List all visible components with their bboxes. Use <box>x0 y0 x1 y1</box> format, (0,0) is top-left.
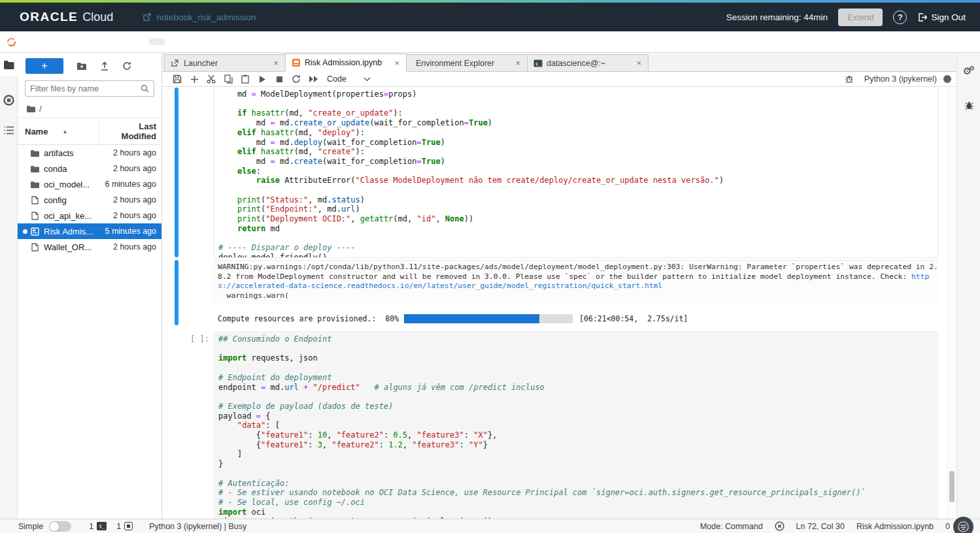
file-type-icon <box>29 150 40 157</box>
insert-cell-icon[interactable] <box>186 73 203 86</box>
interrupt-kernel-icon[interactable] <box>271 73 288 86</box>
dock-tab[interactable]: $_ datascience@:~ × <box>527 54 649 71</box>
close-tab-icon[interactable]: × <box>635 58 643 68</box>
kernel-status-label[interactable]: Python 3 (ipykernel) | Busy <box>149 522 246 531</box>
file-modified-time: 5 minutes ago <box>99 227 161 236</box>
notebook-scroll-area[interactable]: md = ModelDeployment(properties=props) i… <box>162 88 956 519</box>
session-remaining-label: Session remaining: 44min <box>726 12 828 22</box>
run-cell-icon[interactable] <box>254 73 271 86</box>
file-row[interactable]: artifacts 2 hours ago <box>18 145 161 161</box>
progress-bar-fill <box>404 314 539 323</box>
new-launcher-button[interactable]: + <box>25 58 63 74</box>
unsaved-dot <box>23 229 27 234</box>
help-icon[interactable]: ? <box>893 10 907 24</box>
kernel-name-label[interactable]: Python 3 (ipykernel) <box>864 74 937 84</box>
table-of-contents-tab-icon[interactable] <box>0 118 18 142</box>
progress-label: Compute resources are provisioned.: <box>218 314 376 323</box>
restart-run-all-icon[interactable] <box>305 73 322 86</box>
notifications-muted-icon[interactable] <box>775 521 785 531</box>
menu-item[interactable] <box>55 39 71 45</box>
file-row[interactable]: config 2 hours ago <box>18 192 161 208</box>
toggle-knob <box>50 522 59 531</box>
menu-item[interactable] <box>149 39 165 45</box>
dock-tab[interactable]: $_ Risk Admission.ipynb × <box>285 54 407 72</box>
notebook-scrollbar-thumb[interactable] <box>949 471 955 502</box>
restart-kernel-icon[interactable] <box>288 73 305 86</box>
menu-item[interactable] <box>118 39 133 45</box>
file-row[interactable]: Wallet_OR... 2 hours ago <box>18 239 161 255</box>
breadcrumb[interactable]: / <box>18 99 161 118</box>
menu-item[interactable] <box>133 39 149 45</box>
extend-session-button[interactable]: Extend <box>838 8 883 26</box>
dock-tab[interactable]: $_ Environment Explorer × <box>406 54 528 71</box>
menu-item[interactable] <box>102 39 118 45</box>
unsaved-dot <box>23 167 27 171</box>
notebook-toolbar: Code Python 3 (ipykernel) <box>162 72 956 87</box>
file-modified-time: 2 hours ago <box>99 164 161 173</box>
dock-tab[interactable]: $_ Launcher × <box>164 54 286 71</box>
copy-cells-icon[interactable] <box>220 73 237 86</box>
file-name: oci_api_ke... <box>44 211 99 221</box>
menu-item[interactable] <box>71 39 86 45</box>
progress-percent: 80% <box>385 314 399 323</box>
left-activity-bar <box>0 53 18 519</box>
file-browser-tab-icon[interactable] <box>0 53 18 76</box>
cell1-output-area: WARNING:py.warnings:/opt/conda/lib/pytho… <box>214 260 938 326</box>
terminal-count: 1 <box>89 522 93 531</box>
file-row[interactable]: oci_api_ke... 2 hours ago <box>18 208 161 223</box>
file-name: Wallet_OR... <box>44 242 99 252</box>
refresh-icon[interactable] <box>122 61 131 71</box>
close-tab-icon[interactable]: × <box>393 58 401 68</box>
close-tab-icon[interactable]: × <box>514 58 522 68</box>
debugger-toggle-icon[interactable] <box>841 73 858 86</box>
notebook-session-link[interactable]: notebook_risk_admission <box>143 12 256 22</box>
save-icon[interactable] <box>169 73 186 86</box>
running-sessions-tab-icon[interactable] <box>0 88 18 112</box>
property-inspector-tab-icon[interactable]: ⚙⚙ <box>957 58 980 84</box>
new-folder-icon[interactable] <box>76 62 87 71</box>
oracle-cloud-logo: ORACLE Cloud <box>20 10 113 24</box>
menu-item[interactable] <box>39 39 55 45</box>
cell1-code-editor[interactable]: md = ModelDeployment(properties=props) i… <box>214 88 938 258</box>
file-row[interactable]: oci_model... 6 minutes ago <box>18 176 161 192</box>
mode-indicator[interactable]: Mode: Command <box>700 522 763 531</box>
upload-icon[interactable] <box>100 61 109 71</box>
logo-oracle-text: ORACLE <box>20 10 78 24</box>
column-name-header[interactable]: Name ▲ <box>18 118 99 144</box>
sign-out-button[interactable]: Sign Out <box>917 12 966 22</box>
unsaved-dot <box>23 245 27 250</box>
paste-cells-icon[interactable] <box>237 73 254 86</box>
menu-item[interactable] <box>86 39 102 45</box>
jupyterlab-menubar <box>0 31 980 53</box>
filter-files-input[interactable] <box>30 84 141 93</box>
running-kernels-indicator[interactable]: 1 <box>116 522 133 531</box>
file-row[interactable]: conda 2 hours ago <box>18 161 161 176</box>
notification-count[interactable]: 0 <box>945 522 950 531</box>
file-name: oci_model... <box>44 180 99 189</box>
file-name: config <box>44 195 99 205</box>
file-name: artifacts <box>44 148 99 158</box>
cursor-position-indicator[interactable]: Ln 72, Col 30 <box>796 522 845 531</box>
simple-mode-toggle[interactable] <box>49 521 71 532</box>
close-tab-icon[interactable]: × <box>272 58 280 68</box>
cut-cells-icon[interactable] <box>203 73 220 86</box>
dock-tab-bar: $_ Launcher × $_ R <box>162 53 956 72</box>
assistant-fab-button[interactable] <box>953 517 973 533</box>
launcher-tab-icon <box>170 58 180 68</box>
file-modified-time: 2 hours ago <box>99 242 161 251</box>
running-terminals-indicator[interactable]: 1 $_ <box>89 522 107 531</box>
oci-jupyterlab-window: ORACLE Cloud notebook_risk_admission Ses… <box>0 0 980 533</box>
column-modified-header[interactable]: Last Modified <box>99 118 161 144</box>
cell1-output-collapser[interactable] <box>175 260 178 325</box>
file-modified-time: 2 hours ago <box>99 211 161 220</box>
debugger-tab-icon[interactable] <box>957 92 980 118</box>
cell1-input-collapser[interactable] <box>175 88 178 257</box>
cell-type-dropdown[interactable]: Code <box>327 74 371 84</box>
notebook-scrollbar-track[interactable] <box>947 88 956 519</box>
breadcrumb-root[interactable]: / <box>39 104 42 114</box>
file-row[interactable]: Risk Admis... 5 minutes ago <box>18 223 161 239</box>
cell2-input-prompt: [ ]: <box>167 334 209 344</box>
menu-item[interactable] <box>24 39 39 45</box>
logo-cloud-text: Cloud <box>82 10 113 24</box>
cell2-code-editor[interactable]: ## Consumindo o Endpoint import requests… <box>214 331 938 519</box>
